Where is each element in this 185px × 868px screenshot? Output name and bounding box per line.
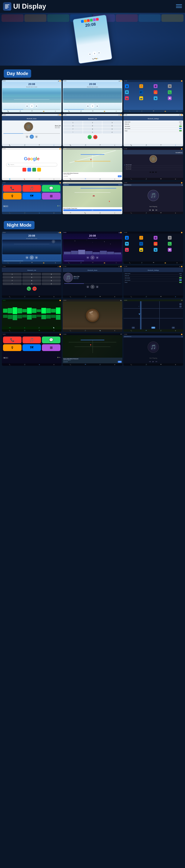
night-key-6[interactable]: 6 (42, 276, 61, 279)
not-playing-play[interactable]: ▶ (153, 209, 154, 211)
app-icon-video[interactable]: 🎬 (125, 96, 129, 100)
night-launcher-podcast[interactable]: 🎙 (3, 344, 22, 351)
not-playing-next[interactable]: ⏭ (156, 209, 157, 211)
power-toggle[interactable] (179, 130, 182, 131)
social-next[interactable]: ⏭ (155, 171, 157, 173)
night-launcher-maps[interactable]: 🗺 (23, 344, 41, 351)
auto-answer-toggle[interactable] (179, 126, 182, 127)
night-not-playing-prev[interactable]: ⏮ (149, 361, 151, 363)
night-app-icon-1[interactable]: 📱 (125, 236, 129, 240)
night-road-zoom-in[interactable]: + (179, 303, 182, 305)
launcher-maps-app[interactable]: 🗺 (23, 193, 41, 199)
app-icon-settings[interactable]: ⚙ (168, 84, 171, 88)
night-not-playing-next[interactable]: ⏭ (156, 361, 157, 363)
night-app-icon-4[interactable]: ⚙ (168, 236, 171, 240)
app-icon-weather[interactable]: 🌤 (154, 96, 157, 100)
waveform-btn-1[interactable]: EQ (9, 327, 11, 329)
key-4[interactable]: 4 (63, 124, 82, 127)
app-icon-phone[interactable]: 📞 (168, 90, 171, 94)
night-app-icon-3[interactable]: 🖼 (154, 236, 157, 240)
night-end-call-button[interactable]: 📵 (32, 286, 36, 291)
night-launcher-phone[interactable]: 📞 (3, 337, 22, 343)
waveform-btn-3[interactable]: 🎵 (38, 327, 39, 329)
quick-link-drive[interactable] (37, 168, 41, 172)
night-key-2[interactable]: 2 (22, 273, 41, 275)
playlist-item-2[interactable]: ♪ 华乐_02.mp3 (124, 166, 183, 168)
night-app-icon-11[interactable]: 🌤 (154, 248, 157, 252)
key-1[interactable]: 1 (63, 121, 82, 124)
night-key-hash[interactable]: # (42, 282, 61, 285)
google-search-bar[interactable]: 🔍 Search... (6, 163, 57, 166)
waveform-btn-4[interactable]: 📡 (53, 327, 54, 329)
bt-play-icon[interactable]: ⏸ (30, 134, 34, 139)
key-star[interactable]: * (63, 131, 82, 133)
night-app-icon-7[interactable]: 📻 (154, 242, 157, 246)
key-2[interactable]: 2 (83, 121, 102, 124)
app-icon-photo[interactable]: 🖼 (154, 84, 157, 88)
night-app-icon-5[interactable]: 🗺 (125, 242, 129, 246)
nav-start-button[interactable]: GO (63, 209, 122, 211)
night-not-playing-play[interactable]: ▶ (153, 361, 154, 363)
launcher-whatsapp[interactable]: 💬 (42, 185, 60, 192)
night-launcher-apps[interactable]: ⊞ (42, 344, 60, 351)
night-key-1[interactable]: 1 (3, 273, 22, 275)
night-app-icon-2[interactable]: 🎵 (139, 236, 143, 240)
night-bt-prev[interactable]: ⏮ (86, 285, 89, 288)
launcher-other[interactable]: ⊞ (42, 193, 60, 199)
key-7[interactable]: 7 (63, 128, 82, 130)
app-icon-bt[interactable]: BT (139, 90, 143, 94)
launcher-phone[interactable]: 📞 (3, 185, 22, 192)
end-call-button[interactable]: 📵 (93, 135, 98, 139)
night-key-4[interactable]: 4 (3, 276, 22, 279)
call-button[interactable]: 📞 (87, 135, 92, 139)
night-road-menu[interactable]: ☰ (172, 327, 175, 329)
quick-link-gmail[interactable] (27, 168, 31, 172)
night-key-8[interactable]: 8 (22, 279, 41, 282)
app-icon-telegram[interactable]: 📱 (125, 84, 129, 88)
night-bt-play[interactable]: ⏸ (90, 285, 95, 289)
night-app-icon-10[interactable]: 📷 (139, 248, 143, 252)
key-0[interactable]: 0 (83, 131, 102, 133)
launcher-music-app[interactable]: 🎵 (23, 185, 41, 192)
night-launcher-music[interactable]: 🎵 (23, 337, 41, 343)
not-playing-prev[interactable]: ⏮ (149, 209, 151, 211)
key-9[interactable]: 9 (103, 128, 122, 130)
night-road-go[interactable]: GO (151, 327, 155, 329)
bt-next-icon[interactable]: ⏭ (35, 135, 38, 138)
key-hash[interactable]: # (103, 131, 122, 133)
night-nav-go[interactable]: GO (118, 361, 122, 363)
night-key-0[interactable]: 0 (22, 282, 41, 285)
waveform-btn-2[interactable]: ⊞ (24, 327, 25, 329)
night-key-star[interactable]: * (3, 282, 22, 285)
social-play[interactable]: ▶ (153, 171, 154, 173)
app-icon-radio[interactable]: 📻 (154, 90, 157, 94)
social-prev[interactable]: ⏮ (150, 171, 151, 173)
app-icon-music[interactable]: 🎵 (139, 84, 143, 88)
night-road-recalc[interactable]: ↺ (132, 327, 135, 329)
night-key-5[interactable]: 5 (22, 276, 41, 279)
night-bt-next[interactable]: ⏭ (96, 285, 99, 288)
nav-go-button[interactable]: GO (118, 175, 122, 177)
app-icon-maps[interactable]: 🗺 (125, 90, 129, 94)
playlist-item-3[interactable]: ♪ 华乐_03.mp3 (124, 168, 183, 170)
night-auto-connect-toggle[interactable] (179, 279, 182, 281)
night-call-button[interactable]: 📞 (27, 286, 31, 291)
night-app-bt[interactable]: BT (139, 242, 143, 246)
playlist-item-1[interactable]: ▶ 华乐_01.mp3 (124, 164, 183, 166)
night-app-icon-12[interactable]: 💬 (168, 248, 171, 252)
app-icon-social[interactable]: 💬 (168, 96, 171, 100)
night-road-zoom-out[interactable]: - (179, 306, 182, 308)
night-launcher-chat[interactable]: 💬 (42, 337, 60, 343)
night-key-7[interactable]: 7 (3, 279, 22, 282)
night-power-toggle[interactable] (179, 282, 182, 283)
quick-link-maps[interactable] (32, 168, 36, 172)
night-key-3[interactable]: 3 (42, 273, 61, 275)
key-8[interactable]: 8 (83, 128, 102, 130)
app-icon-camera[interactable]: 📷 (139, 96, 143, 100)
key-6[interactable]: 6 (103, 124, 122, 127)
key-5[interactable]: 5 (83, 124, 102, 127)
bt-prev-icon[interactable]: ⏮ (25, 135, 28, 138)
launcher-podcast[interactable]: 🎙 (3, 193, 22, 199)
key-3[interactable]: 3 (103, 121, 122, 124)
night-app-icon-9[interactable]: 🎬 (125, 248, 129, 252)
